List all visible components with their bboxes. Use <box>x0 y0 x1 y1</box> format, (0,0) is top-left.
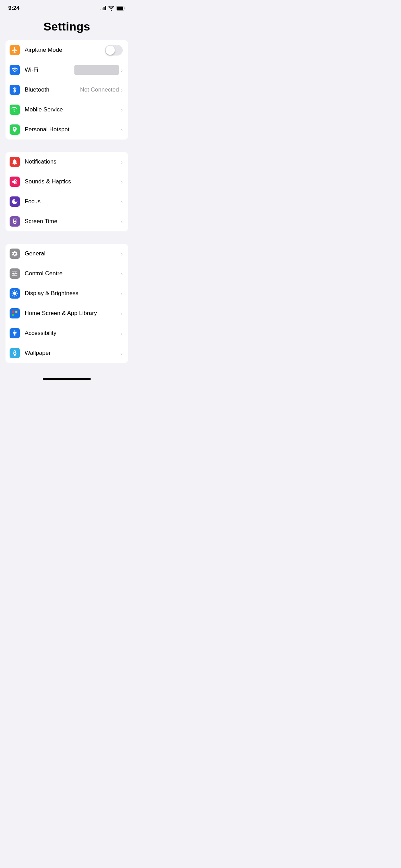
settings-row-wallpaper[interactable]: Wallpaper› <box>5 343 128 363</box>
accessibility-chevron: › <box>121 330 123 336</box>
sliders-icon <box>10 268 20 279</box>
display-brightness-chevron: › <box>121 291 123 297</box>
display-brightness-label: Display & Brightness <box>25 290 121 297</box>
svg-point-6 <box>14 330 15 331</box>
airplane-mode-label: Airplane Mode <box>25 47 105 53</box>
bluetooth-label: Bluetooth <box>25 86 80 93</box>
screen-time-chevron: › <box>121 219 123 225</box>
status-icons <box>100 6 125 11</box>
hotspot-icon <box>10 124 20 135</box>
wifi-value <box>74 65 119 75</box>
airplane-icon <box>10 45 20 55</box>
sun-icon <box>10 288 20 299</box>
home-indicator <box>0 375 134 382</box>
wifi-icon <box>10 65 20 75</box>
general-label: General <box>25 250 121 257</box>
settings-row-accessibility[interactable]: Accessibility› <box>5 323 128 343</box>
wifi-status-icon <box>108 6 114 11</box>
svg-rect-5 <box>15 314 17 316</box>
bluetooth-value: Not Connected <box>80 86 119 93</box>
svg-rect-4 <box>12 314 14 316</box>
status-bar: 9:24 <box>0 0 134 14</box>
bluetooth-icon <box>10 85 20 95</box>
wifi-label: Wi-Fi <box>25 67 74 73</box>
status-time: 9:24 <box>8 5 20 12</box>
settings-row-screen-time[interactable]: Screen Time› <box>5 212 128 231</box>
control-centre-chevron: › <box>121 271 123 277</box>
settings-row-sounds-haptics[interactable]: Sounds & Haptics› <box>5 172 128 192</box>
mobile-service-chevron: › <box>121 107 123 113</box>
settings-group-notifications: Notifications›Sounds & Haptics›Focus›Scr… <box>5 152 128 231</box>
hourglass-icon <box>10 216 20 227</box>
battery-icon <box>116 6 125 11</box>
settings-row-general[interactable]: General› <box>5 244 128 264</box>
settings-row-bluetooth[interactable]: BluetoothNot Connected› <box>5 80 128 100</box>
settings-row-focus[interactable]: Focus› <box>5 192 128 212</box>
settings-group-general: General›Control Centre›Display & Brightn… <box>5 244 128 363</box>
settings-row-mobile-service[interactable]: Mobile Service› <box>5 100 128 120</box>
settings-row-display-brightness[interactable]: Display & Brightness› <box>5 284 128 303</box>
wifi-chevron: › <box>121 67 123 73</box>
mobile-service-label: Mobile Service <box>25 106 121 113</box>
settings-row-control-centre[interactable]: Control Centre› <box>5 264 128 284</box>
flower-icon <box>10 348 20 358</box>
accessibility-label: Accessibility <box>25 330 121 337</box>
general-chevron: › <box>121 251 123 257</box>
sound-icon <box>10 177 20 187</box>
grid-icon <box>10 308 20 318</box>
sounds-haptics-label: Sounds & Haptics <box>25 178 121 185</box>
svg-rect-3 <box>15 311 17 313</box>
settings-row-personal-hotspot[interactable]: Personal Hotspot› <box>5 120 128 140</box>
settings-row-wifi[interactable]: Wi-Fi› <box>5 60 128 80</box>
focus-chevron: › <box>121 199 123 205</box>
airplane-mode-toggle[interactable] <box>105 45 123 56</box>
gear-icon <box>10 249 20 259</box>
wallpaper-label: Wallpaper <box>25 350 121 357</box>
focus-label: Focus <box>25 198 121 205</box>
personal-hotspot-label: Personal Hotspot <box>25 126 121 133</box>
svg-rect-2 <box>12 311 14 313</box>
notifications-chevron: › <box>121 159 123 165</box>
signal-icon <box>100 6 106 10</box>
bluetooth-chevron: › <box>121 87 123 93</box>
bell-icon <box>10 157 20 167</box>
home-bar <box>43 378 91 380</box>
sounds-haptics-chevron: › <box>121 179 123 185</box>
settings-row-airplane-mode[interactable]: Airplane Mode <box>5 40 128 60</box>
wallpaper-chevron: › <box>121 350 123 356</box>
accessibility-icon <box>10 328 20 338</box>
settings-row-home-screen[interactable]: Home Screen & App Library› <box>5 303 128 323</box>
screen-time-label: Screen Time <box>25 218 121 225</box>
settings-row-notifications[interactable]: Notifications› <box>5 152 128 172</box>
control-centre-label: Control Centre <box>25 270 121 277</box>
personal-hotspot-chevron: › <box>121 127 123 133</box>
settings-group-connectivity: Airplane ModeWi-Fi›BluetoothNot Connecte… <box>5 40 128 140</box>
page-title: Settings <box>0 20 134 33</box>
notifications-label: Notifications <box>25 158 121 165</box>
mobile-icon <box>10 105 20 115</box>
home-screen-chevron: › <box>121 311 123 316</box>
moon-icon <box>10 196 20 207</box>
svg-rect-1 <box>117 7 123 10</box>
page-header: Settings <box>0 14 134 40</box>
home-screen-label: Home Screen & App Library <box>25 310 121 317</box>
